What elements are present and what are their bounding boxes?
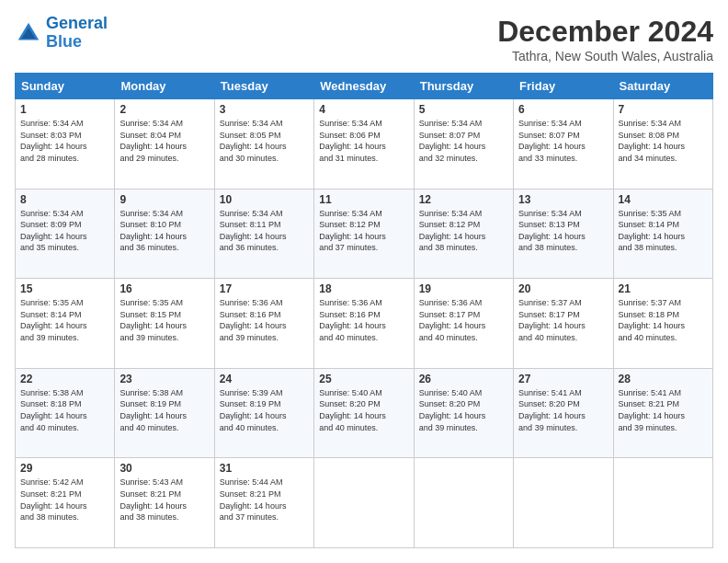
day-number: 27: [518, 373, 608, 385]
day-info: Sunrise: 5:44 AMSunset: 8:21 PMDaylight:…: [220, 477, 309, 523]
col-monday: Monday: [115, 74, 214, 99]
day-number: 9: [119, 193, 209, 206]
day-info: Sunrise: 5:43 AMSunset: 8:21 PMDaylight:…: [119, 477, 209, 523]
day-info: Sunrise: 5:36 AMSunset: 8:16 PMDaylight:…: [319, 297, 408, 343]
calendar-table: Sunday Monday Tuesday Wednesday Thursday…: [15, 73, 713, 548]
calendar-week-row: 1Sunrise: 5:34 AMSunset: 8:03 PMDaylight…: [16, 99, 713, 190]
table-row: 26Sunrise: 5:40 AMSunset: 8:20 PMDayligh…: [414, 368, 513, 458]
day-number: 16: [119, 282, 209, 295]
day-info: Sunrise: 5:34 AMSunset: 8:09 PMDaylight:…: [20, 208, 109, 254]
table-row: [314, 458, 414, 548]
day-info: Sunrise: 5:37 AMSunset: 8:18 PMDaylight:…: [619, 297, 708, 343]
calendar-week-row: 29Sunrise: 5:42 AMSunset: 8:21 PMDayligh…: [16, 458, 713, 548]
day-info: Sunrise: 5:34 AMSunset: 8:08 PMDaylight:…: [619, 118, 708, 164]
col-friday: Friday: [514, 74, 613, 99]
table-row: 16Sunrise: 5:35 AMSunset: 8:15 PMDayligh…: [115, 279, 214, 369]
table-row: 31Sunrise: 5:44 AMSunset: 8:21 PMDayligh…: [214, 458, 313, 548]
table-row: 9Sunrise: 5:34 AMSunset: 8:10 PMDaylight…: [115, 189, 214, 279]
day-info: Sunrise: 5:35 AMSunset: 8:14 PMDaylight:…: [20, 297, 109, 343]
day-info: Sunrise: 5:34 AMSunset: 8:12 PMDaylight:…: [419, 208, 508, 254]
table-row: 13Sunrise: 5:34 AMSunset: 8:13 PMDayligh…: [514, 189, 613, 279]
logo-line2: Blue: [46, 32, 82, 51]
table-row: [414, 458, 513, 548]
main-title: December 2024: [497, 15, 713, 49]
day-number: 14: [619, 193, 708, 206]
day-info: Sunrise: 5:42 AMSunset: 8:21 PMDaylight:…: [20, 477, 109, 523]
table-row: 1Sunrise: 5:34 AMSunset: 8:03 PMDaylight…: [16, 99, 115, 190]
day-number: 18: [319, 282, 408, 295]
col-saturday: Saturday: [613, 74, 712, 99]
day-info: Sunrise: 5:34 AMSunset: 8:04 PMDaylight:…: [119, 118, 209, 164]
table-row: 14Sunrise: 5:35 AMSunset: 8:14 PMDayligh…: [613, 189, 712, 279]
day-info: Sunrise: 5:34 AMSunset: 8:11 PMDaylight:…: [220, 208, 309, 254]
day-number: 4: [319, 103, 408, 116]
table-row: 10Sunrise: 5:34 AMSunset: 8:11 PMDayligh…: [214, 189, 313, 279]
day-number: 25: [319, 373, 408, 385]
table-row: 8Sunrise: 5:34 AMSunset: 8:09 PMDaylight…: [16, 189, 115, 279]
table-row: 17Sunrise: 5:36 AMSunset: 8:16 PMDayligh…: [214, 279, 313, 369]
day-number: 5: [419, 103, 508, 116]
table-row: 19Sunrise: 5:36 AMSunset: 8:17 PMDayligh…: [414, 279, 513, 369]
table-row: 15Sunrise: 5:35 AMSunset: 8:14 PMDayligh…: [16, 279, 115, 369]
table-row: 27Sunrise: 5:41 AMSunset: 8:20 PMDayligh…: [514, 368, 613, 458]
logo-line1: General: [46, 14, 108, 32]
day-number: 10: [220, 193, 309, 206]
logo-text: General Blue: [46, 15, 108, 52]
day-info: Sunrise: 5:34 AMSunset: 8:12 PMDaylight:…: [319, 208, 408, 254]
table-row: 21Sunrise: 5:37 AMSunset: 8:18 PMDayligh…: [613, 279, 712, 369]
calendar-header-row: Sunday Monday Tuesday Wednesday Thursday…: [16, 74, 713, 99]
table-row: 11Sunrise: 5:34 AMSunset: 8:12 PMDayligh…: [314, 189, 414, 279]
day-number: 21: [619, 282, 708, 295]
day-number: 7: [619, 103, 708, 116]
day-info: Sunrise: 5:34 AMSunset: 8:05 PMDaylight:…: [220, 118, 309, 164]
table-row: 5Sunrise: 5:34 AMSunset: 8:07 PMDaylight…: [414, 99, 513, 190]
day-info: Sunrise: 5:41 AMSunset: 8:21 PMDaylight:…: [619, 387, 708, 433]
day-info: Sunrise: 5:34 AMSunset: 8:10 PMDaylight:…: [119, 208, 209, 254]
table-row: 2Sunrise: 5:34 AMSunset: 8:04 PMDaylight…: [115, 99, 214, 190]
table-row: [514, 458, 613, 548]
calendar-week-row: 15Sunrise: 5:35 AMSunset: 8:14 PMDayligh…: [16, 279, 713, 369]
table-row: 22Sunrise: 5:38 AMSunset: 8:18 PMDayligh…: [16, 368, 115, 458]
subtitle: Tathra, New South Wales, Australia: [497, 49, 713, 63]
day-info: Sunrise: 5:34 AMSunset: 8:13 PMDaylight:…: [518, 208, 608, 254]
table-row: 25Sunrise: 5:40 AMSunset: 8:20 PMDayligh…: [314, 368, 414, 458]
day-number: 12: [419, 193, 508, 206]
day-number: 15: [20, 282, 109, 295]
table-row: [613, 458, 712, 548]
day-number: 23: [119, 373, 209, 385]
day-number: 31: [220, 462, 309, 475]
col-tuesday: Tuesday: [214, 74, 313, 99]
calendar-week-row: 8Sunrise: 5:34 AMSunset: 8:09 PMDaylight…: [16, 189, 713, 279]
table-row: 4Sunrise: 5:34 AMSunset: 8:06 PMDaylight…: [314, 99, 414, 190]
header: General Blue December 2024 Tathra, New S…: [15, 15, 713, 63]
table-row: 23Sunrise: 5:38 AMSunset: 8:19 PMDayligh…: [115, 368, 214, 458]
day-info: Sunrise: 5:35 AMSunset: 8:14 PMDaylight:…: [619, 208, 708, 254]
day-info: Sunrise: 5:36 AMSunset: 8:17 PMDaylight:…: [419, 297, 508, 343]
day-number: 28: [619, 373, 708, 385]
day-number: 11: [319, 193, 408, 206]
table-row: 29Sunrise: 5:42 AMSunset: 8:21 PMDayligh…: [16, 458, 115, 548]
day-number: 1: [20, 103, 109, 116]
day-number: 29: [20, 462, 109, 475]
day-info: Sunrise: 5:34 AMSunset: 8:06 PMDaylight:…: [319, 118, 408, 164]
logo: General Blue: [15, 15, 108, 52]
day-number: 30: [119, 462, 209, 475]
day-number: 6: [518, 103, 608, 116]
table-row: 3Sunrise: 5:34 AMSunset: 8:05 PMDaylight…: [214, 99, 313, 190]
col-wednesday: Wednesday: [314, 74, 414, 99]
day-number: 13: [518, 193, 608, 206]
day-number: 24: [220, 373, 309, 385]
table-row: 28Sunrise: 5:41 AMSunset: 8:21 PMDayligh…: [613, 368, 712, 458]
day-number: 17: [220, 282, 309, 295]
day-number: 2: [119, 103, 209, 116]
day-info: Sunrise: 5:34 AMSunset: 8:03 PMDaylight:…: [20, 118, 109, 164]
day-info: Sunrise: 5:38 AMSunset: 8:18 PMDaylight:…: [20, 387, 109, 433]
day-info: Sunrise: 5:34 AMSunset: 8:07 PMDaylight:…: [518, 118, 608, 164]
day-number: 20: [518, 282, 608, 295]
day-info: Sunrise: 5:36 AMSunset: 8:16 PMDaylight:…: [220, 297, 309, 343]
day-number: 8: [20, 193, 109, 206]
day-number: 26: [419, 373, 508, 385]
day-number: 19: [419, 282, 508, 295]
table-row: 30Sunrise: 5:43 AMSunset: 8:21 PMDayligh…: [115, 458, 214, 548]
page: General Blue December 2024 Tathra, New S…: [0, 0, 728, 563]
